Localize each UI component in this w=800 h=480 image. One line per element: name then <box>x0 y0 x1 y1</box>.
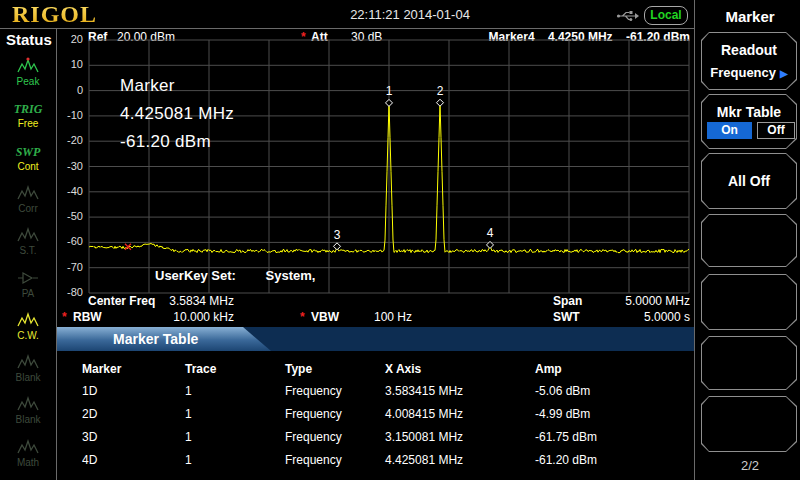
mkr-table-off-toggle[interactable]: Off <box>757 122 795 139</box>
marker-table-cell: 1 <box>185 430 192 444</box>
col-x-axis: X Axis <box>385 362 421 376</box>
marker-table-cell: Frequency <box>285 430 342 444</box>
softkey-blank-7[interactable] <box>701 396 797 452</box>
menu-panel-divider <box>694 0 695 480</box>
softkey-all-off[interactable]: All Off <box>701 153 797 209</box>
marker-table-title: Marker Table <box>113 331 198 347</box>
y-axis-tick: -20 <box>53 134 83 146</box>
col-marker: Marker <box>82 362 121 376</box>
swt-value: 5.0000 s <box>600 310 690 324</box>
marker-table-cell: Frequency <box>285 407 342 421</box>
col-type: Type <box>285 362 312 376</box>
peak-marker-number: 3 <box>334 228 341 242</box>
span-value: 5.0000 MHz <box>600 294 690 308</box>
y-axis-tick: -30 <box>53 160 83 172</box>
marker-table-cell: 1D <box>82 384 97 398</box>
status-item-pa: PA <box>0 268 56 299</box>
status-item-label: Cont <box>0 161 56 172</box>
softkey-readout-face: Readout Frequency▶ <box>702 33 796 89</box>
marker-table-row: 4D1Frequency4.425081 MHz-61.20 dBm <box>57 453 694 473</box>
marker-table-cell: Frequency <box>285 453 342 467</box>
st-icon <box>0 225 56 245</box>
marker-info-amp: -61.20 dBm <box>120 128 234 156</box>
y-axis-tick: -70 <box>53 261 83 273</box>
status-item-corr: Corr <box>0 183 56 214</box>
marker-table-cell: 4.008415 MHz <box>385 407 463 421</box>
mkr-table-label: Mkr Table <box>702 104 796 120</box>
marker-table-row: 2D1Frequency4.008415 MHz-4.99 dBm <box>57 407 694 427</box>
marker-table-header-row: Marker Trace Type X Axis Amp <box>57 362 694 382</box>
marker-info-title: Marker <box>120 72 234 100</box>
y-axis-tick: -80 <box>53 286 83 298</box>
status-item-label: Free <box>0 118 56 129</box>
softkey-all-off-face: All Off <box>702 154 796 208</box>
col-trace: Trace <box>185 362 216 376</box>
marker-table-cell: Frequency <box>285 384 342 398</box>
marker-info-freq: 4.425081 MHz <box>120 100 234 128</box>
marker-table-cell: -5.06 dBm <box>535 384 590 398</box>
corr-icon <box>0 183 56 203</box>
marker-table-cell: 3.150081 MHz <box>385 430 463 444</box>
readout-label: Readout <box>702 42 796 58</box>
marker-table-cell: 3.583415 MHz <box>385 384 463 398</box>
status-item-label: Blank <box>0 372 56 383</box>
cw-icon <box>0 310 56 330</box>
peak-marker-diamond <box>437 99 444 106</box>
status-item-label: Corr <box>0 203 56 214</box>
peak-marker-number: 1 <box>386 84 393 98</box>
math-icon <box>0 437 56 457</box>
status-item-cw: C.W. <box>0 310 56 341</box>
userkey-label: UserKey Set: <box>155 268 236 283</box>
status-item-label: Blank <box>0 414 56 425</box>
status-item-label: PA <box>0 288 56 299</box>
rbw-uncoupled-flag: * <box>62 310 67 324</box>
marker-table-header-bar: Marker Table <box>57 327 694 351</box>
peak-marker-diamond <box>386 99 393 106</box>
softkey-mkr-table[interactable]: Mkr Table On Off <box>701 94 797 149</box>
y-axis-tick: 0 <box>53 84 83 96</box>
blank2-icon <box>0 394 56 414</box>
marker-table-bar-texture <box>275 330 690 348</box>
status-item-blank1: Blank <box>0 352 56 383</box>
span-label: Span <box>553 294 582 308</box>
menu-page-indicator: 2/2 <box>700 458 800 473</box>
status-item-math: Math <box>0 437 56 468</box>
marker-table-cell: 3D <box>82 430 97 444</box>
pa-icon <box>0 268 56 288</box>
col-amp: Amp <box>535 362 562 376</box>
status-item-label: C.W. <box>0 330 56 341</box>
peak-icon <box>0 56 56 76</box>
status-item-label: S.T. <box>0 245 56 256</box>
softkey-blank-7-face <box>702 397 796 451</box>
peak-marker-number: 2 <box>437 84 444 98</box>
peak-marker-diamond <box>334 243 341 250</box>
marker-table-cell: -61.20 dBm <box>535 453 597 467</box>
rbw-label: RBW <box>73 310 102 324</box>
softkey-readout[interactable]: Readout Frequency▶ <box>701 32 797 90</box>
vbw-label: VBW <box>311 310 339 324</box>
y-axis-tick: -40 <box>53 185 83 197</box>
status-item-trig: TRIGFree <box>0 98 56 129</box>
marker-table-cell: -4.99 dBm <box>535 407 590 421</box>
status-item-swp: SWPCont <box>0 141 56 172</box>
marker-table-cell: 1 <box>185 407 192 421</box>
rbw-value: 10.000 kHz <box>146 310 234 324</box>
marker-table-cell: 2D <box>82 407 97 421</box>
status-item-label: Math <box>0 457 56 468</box>
softkey-blank-4[interactable] <box>701 214 797 267</box>
marker-table-row: 3D1Frequency3.150081 MHz-61.75 dBm <box>57 430 694 450</box>
mkr-table-on-toggle[interactable]: On <box>707 122 752 139</box>
vbw-uncoupled-flag: * <box>300 310 305 324</box>
softkey-blank-5[interactable] <box>701 274 797 330</box>
topbar-divider <box>0 28 694 29</box>
submenu-arrow-icon: ▶ <box>780 68 788 79</box>
center-freq-value: 3.5834 MHz <box>146 294 234 308</box>
vbw-value: 100 Hz <box>374 310 412 324</box>
status-item-blank2: Blank <box>0 394 56 425</box>
peak-marker-number: 4 <box>487 226 494 240</box>
softkey-blank-6[interactable] <box>701 336 797 390</box>
marker-table-cell: 4.425081 MHz <box>385 453 463 467</box>
status-item-peak: Peak <box>0 56 56 87</box>
softkey-blank-6-face <box>702 337 796 389</box>
status-title: Status <box>6 31 52 48</box>
